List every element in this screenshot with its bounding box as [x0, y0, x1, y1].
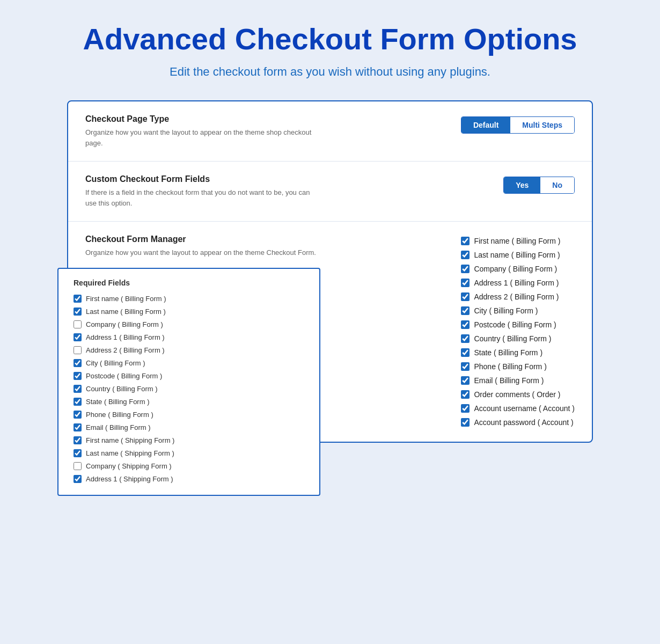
- overlay-checklist-checkbox[interactable]: [74, 346, 82, 354]
- main-checklist-item: State ( Billing Form ): [461, 348, 575, 357]
- checkout-form-manager-label: Checkout Form Manager: [85, 235, 444, 244]
- overlay-checklist-item: Last name ( Shipping Form ): [74, 449, 304, 457]
- main-checklist-checkbox[interactable]: [461, 404, 470, 413]
- custom-checkout-desc: If there is a field in the checkout form…: [85, 187, 321, 208]
- main-checklist-checkbox[interactable]: [461, 348, 470, 357]
- overlay-checklist-item: Address 1 ( Shipping Form ): [74, 475, 304, 483]
- overlay-checklist-label: Address 1 ( Shipping Form ): [86, 475, 173, 483]
- main-checklist-label: First name ( Billing Form ): [474, 237, 560, 245]
- main-checklist-item: Company ( Billing Form ): [461, 265, 575, 273]
- overlay-checklist-checkbox[interactable]: [74, 411, 82, 419]
- overlay-checklist-label: State ( Billing Form ): [86, 398, 149, 406]
- main-checklist-checkbox[interactable]: [461, 279, 470, 287]
- main-checklist-label: State ( Billing Form ): [474, 348, 542, 357]
- overlay-checklist-label: Postcode ( Billing Form ): [86, 372, 162, 380]
- overlay-checklist-checkbox[interactable]: [74, 436, 82, 444]
- checkout-page-type-desc: Organize how you want the layout to appe…: [85, 127, 321, 148]
- main-checklist-label: Postcode ( Billing Form ): [474, 320, 556, 329]
- overlay-checklist-checkbox[interactable]: [74, 333, 82, 341]
- overlay-checklist-label: Company ( Shipping Form ): [86, 462, 172, 470]
- main-checklist-checkbox[interactable]: [461, 265, 470, 273]
- overlay-checklist-item: Postcode ( Billing Form ): [74, 372, 304, 380]
- main-checklist-item: Country ( Billing Form ): [461, 334, 575, 343]
- overlay-checklist-item: Address 1 ( Billing Form ): [74, 333, 304, 341]
- main-checklist-item: City ( Billing Form ): [461, 306, 575, 315]
- main-card: Checkout Page Type Organize how you want…: [67, 100, 593, 443]
- overlay-checklist-item: Phone ( Billing Form ): [74, 411, 304, 419]
- overlay-checklist-checkbox[interactable]: [74, 475, 82, 483]
- overlay-checklist-label: Phone ( Billing Form ): [86, 411, 153, 419]
- toggle-yes-btn[interactable]: Yes: [504, 177, 540, 193]
- main-checklist-checkbox[interactable]: [461, 418, 470, 427]
- main-checklist-checkbox[interactable]: [461, 362, 470, 371]
- checkout-page-type-label: Checkout Page Type: [85, 114, 444, 124]
- main-checklist-item: Postcode ( Billing Form ): [461, 320, 575, 329]
- main-checklist-checkbox[interactable]: [461, 251, 470, 259]
- overlay-checklist-label: Last name ( Billing Form ): [86, 308, 166, 316]
- overlay-checklist-checkbox[interactable]: [74, 372, 82, 380]
- overlay-checklist-checkbox[interactable]: [74, 295, 82, 303]
- overlay-checklist-label: Address 1 ( Billing Form ): [86, 333, 165, 341]
- overlay-checklist-checkbox[interactable]: [74, 320, 82, 328]
- overlay-checklist-label: Country ( Billing Form ): [86, 385, 158, 393]
- required-fields-list: First name ( Billing Form )Last name ( B…: [74, 295, 304, 483]
- overlay-checklist-checkbox[interactable]: [74, 308, 82, 316]
- main-checklist-label: Last name ( Billing Form ): [474, 251, 560, 259]
- main-checklist-item: Account password ( Account ): [461, 418, 575, 427]
- overlay-checklist-checkbox[interactable]: [74, 385, 82, 393]
- main-checklist-item: Last name ( Billing Form ): [461, 251, 575, 259]
- main-checklist-item: Account username ( Account ): [461, 404, 575, 413]
- overlay-checklist-item: Company ( Shipping Form ): [74, 462, 304, 470]
- page-title: Advanced Checkout Form Options: [11, 21, 649, 56]
- page-header: Advanced Checkout Form Options Edit the …: [11, 21, 649, 79]
- checkout-form-manager-desc: Organize how you want the layout to appe…: [85, 247, 321, 258]
- overlay-checklist-item: State ( Billing Form ): [74, 398, 304, 406]
- overlay-checklist-item: Email ( Billing Form ): [74, 423, 304, 431]
- overlay-checklist-item: Company ( Billing Form ): [74, 320, 304, 328]
- checkout-page-type-toggle: Default Multi Steps: [461, 116, 575, 134]
- overlay-checklist-label: City ( Billing Form ): [86, 359, 145, 367]
- overlay-checklist-label: Last name ( Shipping Form ): [86, 449, 174, 457]
- main-checklist-item: Email ( Billing Form ): [461, 376, 575, 385]
- main-checklist-label: Email ( Billing Form ): [474, 376, 544, 385]
- main-checklist: First name ( Billing Form )Last name ( B…: [461, 237, 575, 427]
- overlay-checklist-checkbox[interactable]: [74, 423, 82, 431]
- custom-checkout-section: Custom Checkout Form Fields If there is …: [68, 162, 592, 222]
- main-checklist-checkbox[interactable]: [461, 390, 470, 399]
- overlay-checklist-item: City ( Billing Form ): [74, 359, 304, 367]
- overlay-checklist-checkbox[interactable]: [74, 359, 82, 367]
- main-checklist-checkbox[interactable]: [461, 376, 470, 385]
- overlay-checklist-label: First name ( Shipping Form ): [86, 436, 174, 444]
- main-checklist-checkbox[interactable]: [461, 292, 470, 301]
- checkout-page-type-section: Checkout Page Type Organize how you want…: [68, 101, 592, 162]
- overlay-checklist-label: Company ( Billing Form ): [86, 320, 163, 328]
- overlay-checklist-checkbox[interactable]: [74, 462, 82, 470]
- overlay-checklist-item: Last name ( Billing Form ): [74, 308, 304, 316]
- overlay-checklist-checkbox[interactable]: [74, 398, 82, 406]
- custom-checkout-label: Custom Checkout Form Fields: [85, 174, 486, 184]
- main-checklist-checkbox[interactable]: [461, 237, 470, 245]
- overlay-checklist-checkbox[interactable]: [74, 449, 82, 457]
- main-checklist-item: Address 2 ( Billing Form ): [461, 292, 575, 301]
- main-checklist-label: City ( Billing Form ): [474, 306, 538, 315]
- main-checklist-label: Account password ( Account ): [474, 418, 573, 427]
- toggle-multisteps-btn[interactable]: Multi Steps: [510, 117, 574, 133]
- required-fields-overlay: Required Fields First name ( Billing For…: [57, 268, 320, 496]
- main-checklist-label: Phone ( Billing Form ): [474, 362, 546, 371]
- required-fields-title: Required Fields: [74, 279, 304, 287]
- main-checklist-label: Address 1 ( Billing Form ): [474, 279, 559, 287]
- main-checklist-item: First name ( Billing Form ): [461, 237, 575, 245]
- custom-checkout-toggle: Yes No: [503, 177, 575, 194]
- overlay-checklist-item: Country ( Billing Form ): [74, 385, 304, 393]
- toggle-no-btn[interactable]: No: [540, 177, 574, 193]
- main-checklist-item: Order comments ( Order ): [461, 390, 575, 399]
- main-checklist-label: Order comments ( Order ): [474, 390, 560, 399]
- main-checklist-item: Phone ( Billing Form ): [461, 362, 575, 371]
- toggle-default-btn[interactable]: Default: [461, 117, 510, 133]
- main-checklist-checkbox[interactable]: [461, 320, 470, 329]
- main-checklist-label: Company ( Billing Form ): [474, 265, 557, 273]
- main-checklist-checkbox[interactable]: [461, 306, 470, 315]
- main-checklist-checkbox[interactable]: [461, 334, 470, 343]
- overlay-checklist-item: First name ( Shipping Form ): [74, 436, 304, 444]
- overlay-checklist-label: First name ( Billing Form ): [86, 295, 166, 303]
